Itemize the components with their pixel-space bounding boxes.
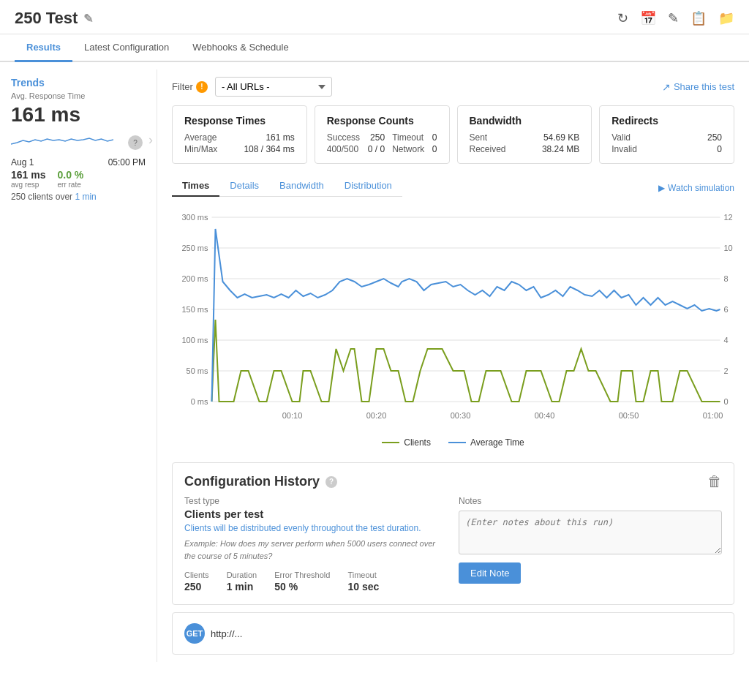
- share-text: Share this test: [674, 81, 734, 92]
- edit-icon[interactable]: ✎: [668, 10, 679, 26]
- sidebar-avg-resp-label: avg resp: [11, 181, 45, 189]
- svg-text:0: 0: [724, 397, 729, 406]
- sidebar-avg-label: Avg. Response Time: [11, 91, 146, 100]
- sidebar-avg-value: 161 ms: [11, 103, 146, 127]
- chart-tab-details[interactable]: Details: [219, 176, 269, 196]
- url-filter-select[interactable]: - All URLs -: [215, 77, 332, 97]
- config-help-icon[interactable]: ?: [325, 476, 337, 488]
- config-desc: Clients will be distributed evenly throu…: [184, 523, 444, 533]
- metric-label-timeout: Timeout: [392, 132, 424, 143]
- filter-label-text: Filter: [172, 81, 193, 92]
- config-param-timeout: Timeout 10 sec: [347, 571, 379, 592]
- metric-card-bandwidth: Bandwidth Sent 54.69 KB Received 38.24 M…: [457, 105, 592, 164]
- metric-value-sent: 54.69 KB: [528, 132, 579, 143]
- metric-value-invalid: 0: [677, 144, 722, 154]
- share-link[interactable]: ↗ Share this test: [662, 81, 734, 93]
- notes-input[interactable]: [459, 511, 722, 554]
- tab-latest-config[interactable]: Latest Configuration: [72, 34, 181, 62]
- metric-label-invalid: Invalid: [611, 144, 668, 154]
- metric-value-network: 0: [432, 144, 437, 154]
- sidebar-err-rate: 0.0 % err rate: [57, 169, 83, 189]
- config-right: Notes Edit Note: [459, 496, 722, 592]
- config-param-error-threshold-label: Error Threshold: [274, 571, 330, 579]
- config-param-clients: Clients 250: [184, 571, 209, 592]
- config-body: Test type Clients per test Clients will …: [173, 496, 734, 604]
- refresh-icon[interactable]: ↻: [617, 10, 628, 26]
- sidebar-nav-arrow[interactable]: ›: [148, 132, 153, 147]
- config-param-timeout-label: Timeout: [347, 571, 379, 579]
- config-header: Configuration History ? 🗑: [173, 463, 734, 496]
- config-section: Configuration History ? 🗑 Test type Clie…: [172, 462, 734, 605]
- config-example: Example: How does my server perform when…: [184, 538, 444, 562]
- metric-value-received: 38.24 MB: [528, 144, 579, 154]
- metric-label-sent: Sent: [470, 132, 520, 143]
- main-content: Filter ! - All URLs - ↗ Share this test …: [157, 69, 749, 662]
- edit-note-button[interactable]: Edit Note: [459, 562, 521, 584]
- get-badge: GET: [184, 623, 205, 644]
- watch-simulation-link[interactable]: Watch simulation: [658, 183, 734, 193]
- svg-text:150 ms: 150 ms: [181, 305, 208, 314]
- chart-tabs: Times Details Bandwidth Distribution: [172, 176, 402, 197]
- metric-value-success: 250: [367, 132, 385, 143]
- config-delete-icon[interactable]: 🗑: [707, 473, 722, 490]
- sidebar-datetime-row: Aug 1 05:00 PM: [11, 157, 146, 168]
- metric-grid-bandwidth: Sent 54.69 KB Received 38.24 MB: [470, 132, 580, 154]
- get-section: GET http://...: [172, 612, 734, 655]
- svg-text:12: 12: [724, 213, 733, 222]
- calendar-icon[interactable]: 📅: [640, 10, 656, 26]
- metric-label-network: Network: [392, 144, 424, 154]
- notes-label: Notes: [459, 496, 722, 506]
- svg-text:00:10: 00:10: [282, 411, 303, 420]
- chart-tab-bandwidth[interactable]: Bandwidth: [269, 176, 334, 196]
- legend-avg-time-label: Average Time: [470, 437, 524, 448]
- filter-info-badge[interactable]: !: [196, 81, 208, 93]
- sparkline-help[interactable]: ?: [128, 135, 143, 150]
- title-text: 250 Test: [15, 9, 78, 28]
- svg-text:01:00: 01:00: [703, 411, 723, 420]
- tab-results[interactable]: Results: [15, 34, 72, 62]
- metric-label-400500: 400/500: [327, 144, 361, 154]
- config-test-type-label: Test type: [184, 496, 444, 506]
- sidebar-metric-row: 161 ms avg resp 0.0 % err rate: [11, 169, 146, 189]
- config-param-error-threshold: Error Threshold 50 %: [274, 571, 330, 592]
- svg-text:50 ms: 50 ms: [187, 366, 208, 375]
- metric-label-minmax: Min/Max: [184, 144, 226, 154]
- header-actions: ↻ 📅 ✎ 📋 📁: [617, 10, 734, 26]
- legend-avg-time: Average Time: [448, 437, 524, 448]
- config-left: Test type Clients per test Clients will …: [184, 496, 444, 592]
- config-param-duration-value: 1 min: [227, 581, 257, 592]
- filter-label: Filter !: [172, 81, 208, 93]
- filter-left: Filter ! - All URLs -: [172, 77, 332, 97]
- metric-title-redirects: Redirects: [611, 115, 722, 127]
- config-title-text: Configuration History: [184, 474, 320, 489]
- chart-tab-distribution[interactable]: Distribution: [334, 176, 402, 196]
- config-param-duration: Duration 1 min: [227, 571, 257, 592]
- svg-text:00:20: 00:20: [366, 411, 387, 420]
- svg-text:8: 8: [724, 274, 729, 283]
- metric-card-response-times: Response Times Average 161 ms Min/Max 10…: [172, 105, 307, 164]
- content-area: Trends Avg. Response Time 161 ms ? Aug 1…: [0, 62, 749, 669]
- tab-webhooks[interactable]: Webhooks & Schedule: [181, 34, 300, 62]
- svg-text:00:30: 00:30: [451, 411, 471, 420]
- config-test-name: Clients per test: [184, 508, 444, 520]
- sidebar-time: 05:00 PM: [108, 157, 146, 168]
- legend-clients-label: Clients: [404, 437, 431, 448]
- legend-clients-line: [382, 442, 399, 443]
- svg-text:200 ms: 200 ms: [181, 274, 208, 283]
- main-tabs: Results Latest Configuration Webhooks & …: [0, 34, 749, 62]
- metric-value-average: 161 ms: [235, 132, 294, 143]
- svg-text:300 ms: 300 ms: [181, 213, 208, 222]
- metric-title-response-counts: Response Counts: [327, 115, 437, 127]
- svg-text:6: 6: [724, 305, 729, 314]
- title-edit-icon[interactable]: ✎: [83, 12, 93, 26]
- sidebar-date: Aug 1: [11, 157, 34, 168]
- copy-icon[interactable]: 📋: [690, 10, 707, 26]
- metric-grid-response-counts: Success 250 Timeout 0 400/500 0 / 0 Netw…: [327, 132, 437, 154]
- legend-avg-time-line: [448, 442, 466, 443]
- page-header: 250 Test ✎ ↻ 📅 ✎ 📋 📁: [0, 0, 749, 34]
- sidebar-clients: 250 clients over 1 min: [11, 192, 146, 202]
- metric-grid-response-times: Average 161 ms Min/Max 108 / 364 ms: [184, 132, 295, 154]
- chart-tab-times[interactable]: Times: [172, 176, 219, 197]
- folder-icon[interactable]: 📁: [718, 10, 734, 26]
- config-title: Configuration History ?: [184, 474, 337, 489]
